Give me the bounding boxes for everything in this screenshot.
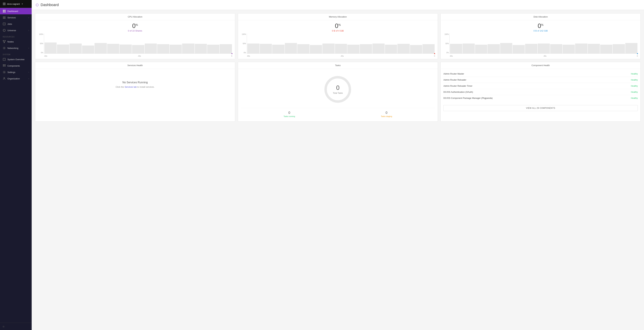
nav-settings[interactable]: Settings ›: [0, 69, 32, 75]
memory-card-header: Memory Allocation: [238, 14, 438, 20]
nav-nodes[interactable]: Nodes: [0, 39, 32, 45]
donut-center: 0 Total Tasks: [333, 84, 343, 94]
nav-dashboard[interactable]: Dashboard: [0, 8, 32, 14]
services-arrow: ›: [28, 17, 29, 19]
cluster-chevron: ▼: [22, 3, 23, 5]
chart-bar: [94, 43, 107, 54]
cpu-pct: 0%: [38, 22, 232, 30]
tasks-staging-num: 0: [381, 111, 392, 115]
chart-bar: [613, 44, 625, 54]
chart-bar: [220, 44, 232, 54]
services-tab-link[interactable]: Services tab: [125, 86, 137, 88]
svg-rect-21: [3, 64, 4, 65]
chart-bar: [398, 44, 410, 54]
svg-point-26: [3, 71, 6, 73]
chart-bar: [525, 44, 537, 54]
chart-bar: [347, 45, 360, 54]
chart-bar: [195, 44, 207, 54]
component-row: Admin Router Reloader Healthy: [443, 77, 638, 83]
cpu-yaxis: 100% 50% 0%: [38, 33, 44, 54]
jobs-icon: [3, 23, 6, 26]
svg-rect-19: [3, 58, 6, 61]
memory-card: Memory Allocation 0% 0 B of 4 GiB 100% 5…: [238, 13, 438, 59]
cpu-card-header: CPU Allocation: [35, 14, 235, 20]
services-health-header: Services Health: [35, 62, 235, 69]
memory-chart: 100% 50% 0% -60s -30s 0: [241, 33, 435, 57]
dashboard-content: CPU Allocation 0% 0 of 10 Shares 100% 50…: [32, 10, 644, 125]
chart-bar: [107, 44, 119, 54]
chart-bar: [563, 45, 575, 54]
networking-label: Networking: [8, 47, 18, 49]
disk-card-body: 0% 0 B of 142 GiB 100% 50% 0% -60s -30s …: [441, 20, 640, 59]
nav-services[interactable]: Services ›: [0, 14, 32, 21]
chart-bar: [260, 44, 272, 54]
chart-bar: [588, 44, 600, 54]
nav-networking[interactable]: Networking ›: [0, 45, 32, 51]
memory-dot: [434, 53, 435, 54]
nodes-label: Nodes: [8, 41, 14, 43]
component-status: Healthy: [631, 85, 638, 87]
cluster-header[interactable]: dcos-vagrant ▼: [0, 0, 32, 8]
nav-universe[interactable]: Universe ›: [0, 27, 32, 34]
donut-label: Total Tasks: [333, 92, 343, 94]
nav-components[interactable]: Components: [0, 63, 32, 69]
chart-bar: [120, 45, 132, 54]
services-icon: [3, 16, 6, 19]
system-overview-icon: [3, 58, 6, 61]
components-label: Components: [8, 65, 20, 67]
svg-rect-5: [3, 17, 6, 17]
cpu-chart: 100% 50% 0% -60s -30s 0: [38, 33, 232, 57]
settings-icon: [3, 71, 6, 74]
svg-rect-13: [4, 40, 6, 41]
chart-bar: [372, 44, 384, 54]
tasks-footer: 0 Tasks running 0 Tasks staging: [241, 108, 435, 119]
tasks-donut: 0 Total Tasks: [241, 71, 435, 108]
nav-jobs[interactable]: Jobs: [0, 21, 32, 27]
component-status: Healthy: [631, 91, 638, 93]
svg-rect-12: [3, 40, 4, 41]
dashboard-label: Dashboard: [8, 10, 18, 13]
component-status: Healthy: [631, 73, 638, 75]
chart-bar: [462, 44, 475, 54]
sidebar-bottom: ⊟: [0, 323, 32, 330]
donut-number: 0: [333, 84, 343, 91]
component-row: Admin Router Reloader Timer Healthy: [443, 83, 638, 89]
chart-bar: [488, 44, 500, 54]
component-name: DC/OS Component Package Manager (Pkgpand…: [443, 97, 492, 99]
svg-rect-4: [4, 11, 6, 13]
chart-bar: [57, 45, 69, 54]
component-name: Admin Router Reloader Timer: [443, 85, 472, 87]
networking-icon: [3, 47, 6, 50]
cluster-icon: [3, 2, 6, 6]
chart-bar: [512, 45, 525, 54]
networking-arrow: ›: [28, 47, 29, 49]
nav-organization[interactable]: Organization ›: [0, 75, 32, 82]
component-row: DC/OS Authentication (OAuth) Healthy: [443, 89, 638, 95]
view-all-components-button[interactable]: VIEW ALL 29 COMPONENTS: [443, 105, 638, 111]
chart-bar: [70, 44, 82, 54]
svg-rect-3: [3, 11, 4, 13]
svg-point-27: [4, 77, 5, 78]
chart-bar: [132, 45, 144, 54]
universe-arrow: ›: [28, 30, 29, 31]
chart-bar: [335, 44, 347, 54]
component-health-header: Component Health: [441, 62, 640, 69]
svg-rect-24: [4, 66, 6, 67]
chart-bar: [450, 44, 462, 54]
chart-bar: [145, 44, 157, 54]
disk-chart: 100% 50% 0% -60s -30s 0: [443, 33, 638, 57]
no-services-click-text: Click the: [116, 86, 124, 88]
chart-bar: [322, 44, 334, 54]
donut-container: 0 Total Tasks: [322, 74, 353, 105]
universe-icon: [3, 29, 6, 32]
shield-icon: ⬡: [36, 3, 38, 7]
nav-system-overview[interactable]: System Overview: [0, 56, 32, 63]
svg-line-16: [4, 41, 5, 42]
chart-bar: [297, 44, 310, 54]
disk-chart-inner: [450, 33, 638, 54]
dashboard-icon: [3, 10, 6, 13]
organization-icon: [3, 77, 6, 80]
resources-section: RESOURCES: [0, 34, 32, 39]
tasks-running-stat: 0 Tasks running: [284, 111, 295, 118]
tasks-card: Tasks 0 Total Tasks 0: [238, 62, 438, 122]
